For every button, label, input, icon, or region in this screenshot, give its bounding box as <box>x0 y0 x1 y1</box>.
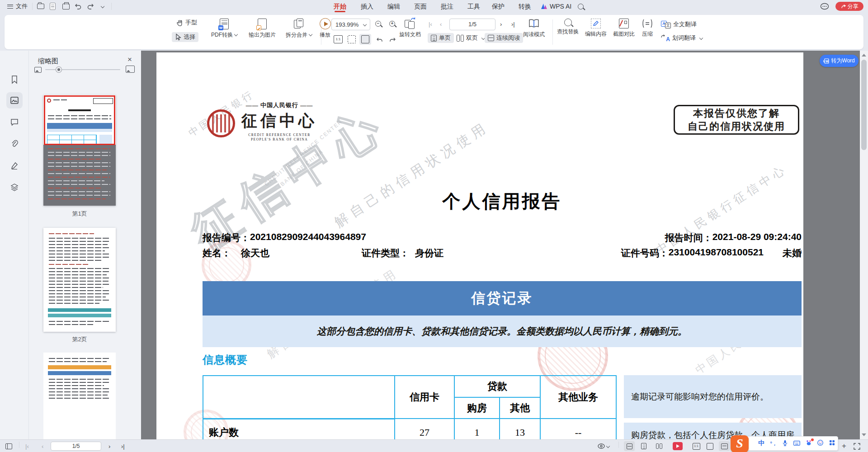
status-last-page-button[interactable]: ›| <box>121 440 125 452</box>
thumb-size-slider[interactable] <box>45 69 120 70</box>
single-page-button[interactable]: 单页 <box>428 33 454 43</box>
first-page-button[interactable]: |‹ <box>429 21 432 28</box>
save-button[interactable] <box>50 0 56 13</box>
pdf-page-1[interactable]: 征信中心 CREDIT REFERENCE CENTER BANK OF CHI… <box>156 52 803 439</box>
share-icon <box>841 4 846 9</box>
tab-tools[interactable]: 工具 <box>467 0 480 13</box>
double-page-icon <box>457 35 464 42</box>
tab-wps-ai[interactable]: WPS AI <box>541 0 571 13</box>
bookmarks-panel-button[interactable] <box>6 71 23 88</box>
page-indicator-input[interactable]: 1/5 <box>449 19 495 30</box>
tab-page[interactable]: 页面 <box>414 0 427 13</box>
word-translate-button[interactable]: A 划词翻译 <box>661 34 703 42</box>
status-prev-page-button[interactable]: ‹ <box>42 440 43 452</box>
tab-insert[interactable]: 插入 <box>361 0 373 13</box>
tab-convert[interactable]: 转换 <box>519 0 531 13</box>
ime-toolbox-button[interactable] <box>829 440 835 447</box>
ime-emoji-button[interactable] <box>817 440 823 447</box>
ime-mode-toggle[interactable]: 中 <box>758 439 764 447</box>
comments-panel-button[interactable] <box>6 114 23 130</box>
menu-search-button[interactable] <box>578 0 584 13</box>
ime-toolbar[interactable]: 中 °， <box>745 436 838 451</box>
read-mode-button[interactable]: 阅读模式 <box>521 18 547 38</box>
status-fit-page-button[interactable] <box>704 441 715 451</box>
help-button[interactable] <box>820 0 829 13</box>
zoom-out-button[interactable]: − <box>375 21 381 27</box>
tab-protect[interactable]: 保护 <box>492 0 505 13</box>
ime-keyboard-button[interactable] <box>793 440 800 447</box>
select-tool-button[interactable]: 选择 <box>172 32 198 42</box>
sign-panel-button[interactable] <box>6 157 23 174</box>
status-continuous-read-button[interactable] <box>624 441 635 451</box>
report-meta-row-2: 姓名： 徐天也 证件类型： 身份证 证件号码： 2310041987081005… <box>203 247 802 259</box>
export-image-button[interactable]: 输出为图片 <box>243 19 282 39</box>
share-button[interactable]: 分享 <box>835 2 863 11</box>
fit-width-button[interactable] <box>359 34 371 45</box>
panel-close-button[interactable]: × <box>127 55 132 64</box>
undo-button[interactable] <box>75 0 82 13</box>
vertical-scrollbar[interactable] <box>860 51 868 439</box>
fit-page-button[interactable] <box>346 34 358 45</box>
rotate-document-button[interactable]: 旋转文档 <box>397 18 423 38</box>
hand-tool-button[interactable]: 手型 <box>175 19 197 27</box>
find-replace-button[interactable]: 查找替换 <box>555 19 580 36</box>
status-play-button[interactable] <box>673 440 683 452</box>
convert-to-word-button[interactable]: W 转为Word <box>820 55 859 67</box>
file-menu[interactable]: 文件 <box>7 0 28 13</box>
scroll-down-arrow[interactable] <box>862 433 866 436</box>
sidebar-toggle-button[interactable] <box>5 440 12 452</box>
ime-punctuation-toggle[interactable]: °， <box>770 440 777 447</box>
thumbnail-page-2[interactable] <box>43 228 116 332</box>
thumbnails-panel-button[interactable] <box>6 92 23 108</box>
document-viewport[interactable]: 征信中心 CREDIT REFERENCE CENTER BANK OF CHI… <box>141 51 860 439</box>
next-page-button[interactable]: › <box>500 21 502 28</box>
thumbnail-page-1[interactable] <box>43 95 116 206</box>
slider-knob[interactable] <box>56 67 61 72</box>
ime-skin-button[interactable] <box>806 440 812 447</box>
layers-panel-button[interactable] <box>6 179 23 195</box>
screenshot-compare-button[interactable]: 截图对比 <box>611 19 637 38</box>
status-next-page-button[interactable]: › <box>108 440 110 452</box>
open-button[interactable] <box>37 0 44 13</box>
double-page-button[interactable]: 双页 <box>457 34 485 42</box>
sogou-ime-logo[interactable]: S <box>731 435 749 452</box>
split-merge-button[interactable]: 拆分合并 <box>282 19 316 39</box>
last-page-button[interactable]: ›| <box>511 21 515 28</box>
thumb-viewport-indicator[interactable] <box>44 95 115 145</box>
scroll-up-arrow[interactable] <box>862 54 866 56</box>
attachments-panel-button[interactable] <box>6 136 23 152</box>
status-fit-width-button[interactable] <box>719 441 730 451</box>
quick-access-dropdown[interactable] <box>99 0 104 13</box>
prev-page-button[interactable]: ‹ <box>440 21 442 28</box>
compress-button[interactable]: 压缩 <box>637 19 657 38</box>
undo-icon <box>75 3 82 10</box>
redo-button[interactable] <box>87 0 94 13</box>
print-button[interactable] <box>62 0 70 13</box>
actual-size-button[interactable]: 1:1 <box>332 34 344 45</box>
zoom-in-button[interactable]: + <box>389 21 395 27</box>
ime-mic-button[interactable] <box>783 440 788 447</box>
tab-comment[interactable]: 批注 <box>441 0 453 13</box>
scrollbar-thumb[interactable] <box>861 60 867 150</box>
continuous-read-button[interactable]: 连续阅读 <box>485 33 523 43</box>
status-page-indicator[interactable]: 1/5 <box>51 442 101 451</box>
view-settings-button[interactable] <box>598 440 609 452</box>
status-single-page-button[interactable] <box>638 441 649 451</box>
status-zoom-in-button[interactable]: + <box>842 440 846 452</box>
marital-status: 未婚 <box>783 247 802 259</box>
thumbnail-page-3[interactable] <box>43 353 116 439</box>
fullscreen-button[interactable] <box>854 440 860 452</box>
rotate-left-button[interactable] <box>374 34 386 45</box>
status-first-page-button[interactable]: |‹ <box>25 440 29 452</box>
tab-home[interactable]: 开始 <box>334 0 346 13</box>
tab-edit[interactable]: 编辑 <box>387 0 400 13</box>
full-translate-button[interactable]: A 文 全文翻译 <box>661 20 697 28</box>
chevron-down-icon <box>309 33 312 36</box>
edit-content-button[interactable]: 编辑内容 <box>583 19 609 38</box>
status-double-page-button[interactable] <box>654 441 665 451</box>
status-actual-size-button[interactable]: 1:1 <box>691 441 702 451</box>
zoom-level-select[interactable]: 193.99% <box>331 19 370 30</box>
rotate-right-button[interactable] <box>387 34 398 45</box>
accounts-loan-house: 1 <box>454 419 500 439</box>
pdf-convert-button[interactable]: W PDF转换 <box>206 19 243 39</box>
